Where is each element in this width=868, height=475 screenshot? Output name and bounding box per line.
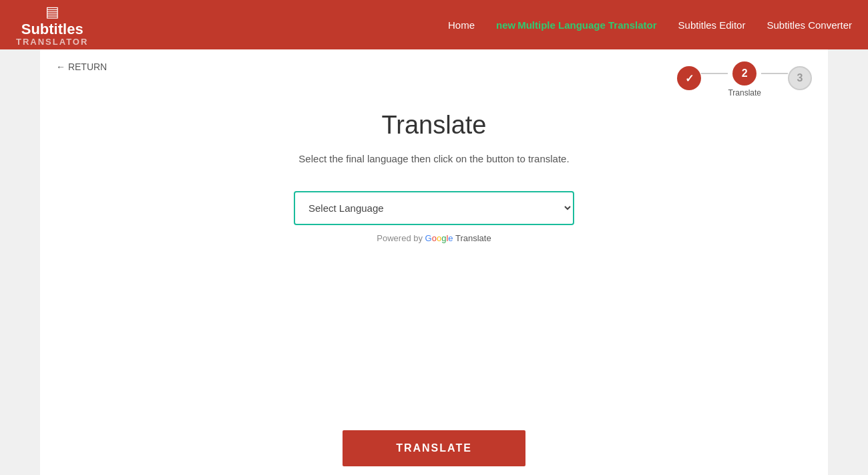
nav-multi-translator[interactable]: newMultiple Language Translator <box>496 19 657 31</box>
new-badge: new <box>496 19 515 31</box>
nav-editor[interactable]: Subtitles Editor <box>678 19 746 31</box>
content-area: Translate Select the final language then… <box>40 84 828 475</box>
step-connector-2-3 <box>761 73 788 74</box>
stepper: ✓ 2 Translate 3 <box>677 61 812 98</box>
step-connector-1-2 <box>701 73 728 74</box>
select-wrapper: Select Language Afrikaans Albanian Arabi… <box>294 191 574 225</box>
step-2-label: Translate <box>728 88 761 98</box>
step-3-circle: 3 <box>788 66 812 90</box>
logo: ▤ Subtitles TRANSLATOR <box>16 3 88 47</box>
nav-home[interactable]: Home <box>448 19 475 31</box>
translate-link: Translate <box>455 233 491 243</box>
powered-by: Powered by Google Translate <box>53 233 815 243</box>
language-select[interactable]: Select Language Afrikaans Albanian Arabi… <box>294 191 574 225</box>
page-subtitle: Select the final language then click on … <box>53 153 815 164</box>
page-title: Translate <box>53 111 815 140</box>
logo-subtitle: TRANSLATOR <box>16 37 88 47</box>
main-nav: Home newMultiple Language Translator Sub… <box>448 19 852 31</box>
multi-translator-label: Multiple Language Translator <box>517 19 656 31</box>
return-link[interactable]: ← RETURN <box>56 61 107 72</box>
translate-button[interactable]: TRANSLATE <box>343 430 525 466</box>
nav-converter[interactable]: Subtitles Converter <box>767 19 852 31</box>
step-1: ✓ <box>677 66 701 93</box>
translate-btn-wrapper: TRANSLATE <box>53 430 815 466</box>
header: ▤ Subtitles TRANSLATOR Home newMultiple … <box>0 0 868 49</box>
step-2: 2 Translate <box>728 61 761 98</box>
step-1-circle: ✓ <box>677 66 701 90</box>
main-wrapper: ← RETURN ✓ 2 Translate 3 Translate Selec… <box>40 49 828 475</box>
logo-icon: ▤ <box>45 3 59 21</box>
google-logo: Google <box>425 233 455 243</box>
step-2-circle: 2 <box>732 61 756 86</box>
logo-title: Subtitles <box>21 22 83 37</box>
step-3: 3 <box>788 66 812 93</box>
powered-by-text: Powered by <box>377 233 423 243</box>
